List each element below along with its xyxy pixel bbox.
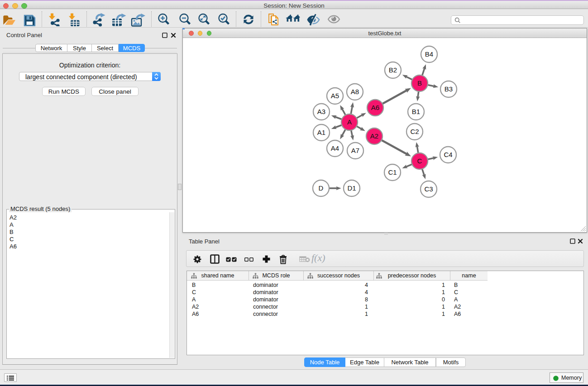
- svg-text:D: D: [319, 184, 324, 192]
- svg-text:A1: A1: [317, 129, 325, 136]
- svg-text:A7: A7: [351, 147, 359, 154]
- svg-text:A4: A4: [331, 144, 339, 152]
- svg-text:A6: A6: [371, 104, 379, 111]
- svg-text:C: C: [417, 157, 422, 165]
- svg-text:B1: B1: [412, 108, 420, 115]
- svg-text:A: A: [347, 118, 352, 126]
- svg-text:A5: A5: [331, 92, 339, 100]
- svg-text:A2: A2: [370, 132, 378, 140]
- svg-text:B2: B2: [389, 66, 397, 74]
- svg-text:C3: C3: [424, 185, 433, 193]
- svg-text:C4: C4: [444, 151, 452, 158]
- svg-text:B: B: [417, 79, 422, 87]
- svg-text:D1: D1: [347, 184, 356, 192]
- svg-text:C2: C2: [410, 128, 419, 135]
- svg-text:C1: C1: [388, 168, 397, 176]
- svg-text:B4: B4: [425, 50, 433, 58]
- svg-text:A8: A8: [351, 88, 359, 95]
- svg-text:A3: A3: [317, 108, 325, 115]
- svg-text:B3: B3: [445, 85, 453, 93]
